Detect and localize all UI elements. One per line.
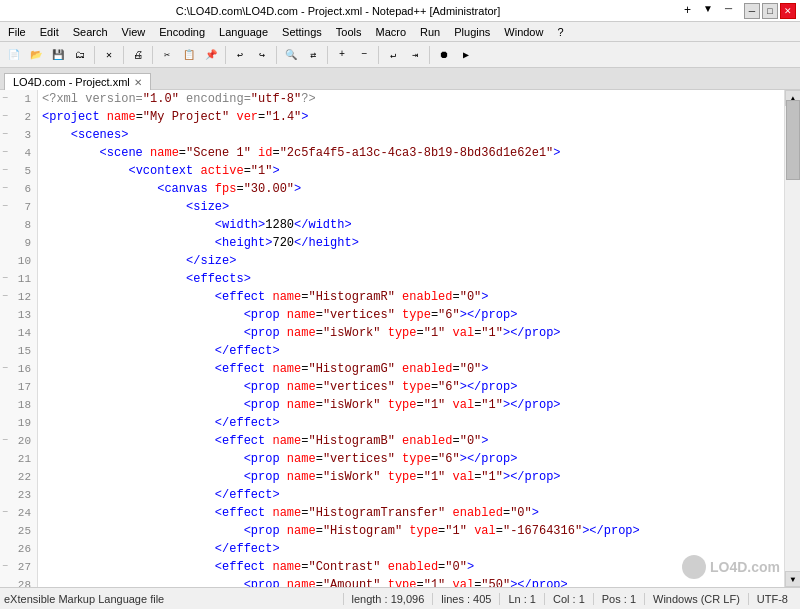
paste-button[interactable]: 📌 [201,45,221,65]
window-minimize-button[interactable]: ─ [744,3,760,19]
minimize-window-button[interactable]: ─ [721,3,736,19]
code-area[interactable]: <?xml version="1.0" encoding="utf-8"?> <… [38,90,784,587]
toolbar-sep-6 [327,46,328,64]
watermark-text: LO4D.com [710,559,780,575]
line-number: 2 [0,108,37,126]
scrollbar[interactable]: ▲ ▼ [784,90,800,587]
status-lines: lines : 405 [432,593,499,605]
menu-plugins[interactable]: Plugins [448,24,496,40]
save-all-button[interactable]: 🗂 [70,45,90,65]
menu-encoding[interactable]: Encoding [153,24,211,40]
status-pos: Pos : 1 [593,593,644,605]
copy-button[interactable]: 📋 [179,45,199,65]
tab-project-xml[interactable]: LO4D.com - Project.xml ✕ [4,73,151,90]
macro-play-button[interactable]: ▶ [456,45,476,65]
redo-button[interactable]: ↪ [252,45,272,65]
line-number: 1 [0,90,37,108]
open-file-button[interactable]: 📂 [26,45,46,65]
toolbar-sep-2 [123,46,124,64]
undo-button[interactable]: ↩ [230,45,250,65]
macro-record-button[interactable]: ⏺ [434,45,454,65]
toolbar-sep-5 [276,46,277,64]
line-number: 19 [0,414,37,432]
menu-window[interactable]: Window [498,24,549,40]
menu-help[interactable]: ? [551,24,569,40]
code-line: </effect> [42,486,780,504]
tab-close-icon[interactable]: ✕ [134,77,142,88]
menu-search[interactable]: Search [67,24,114,40]
line-number: 11 [0,270,37,288]
status-sections: length : 19,096 lines : 405 Ln : 1 Col :… [343,593,797,605]
status-bar: eXtensible Markup Language file length :… [0,587,800,609]
line-number: 25 [0,522,37,540]
find-button[interactable]: 🔍 [281,45,301,65]
code-line: <prop name="vertices" type="6"></prop> [42,450,780,468]
menu-settings[interactable]: Settings [276,24,328,40]
code-line: <prop name="Amount" type="1" val="50"></… [42,576,780,587]
line-number: 3 [0,126,37,144]
tab-label: LO4D.com - Project.xml [13,76,130,88]
menu-tools[interactable]: Tools [330,24,368,40]
toolbar-sep-8 [429,46,430,64]
line-number: 6 [0,180,37,198]
code-line: <prop name="Histogram" type="1" val="-16… [42,522,780,540]
code-line: <effect name="HistogramTransfer" enabled… [42,504,780,522]
new-file-button[interactable]: 📄 [4,45,24,65]
cut-button[interactable]: ✂ [157,45,177,65]
code-line: <prop name="vertices" type="6"></prop> [42,378,780,396]
close-file-button[interactable]: ✕ [99,45,119,65]
scrollbar-thumb[interactable] [786,100,800,180]
line-number: 15 [0,342,37,360]
print-button[interactable]: 🖨 [128,45,148,65]
toolbar-sep-1 [94,46,95,64]
chevron-down-button[interactable]: ▼ [699,3,717,19]
file-type-label: eXtensible Markup Language file [4,593,343,605]
menu-macro[interactable]: Macro [369,24,412,40]
find-replace-button[interactable]: ⇄ [303,45,323,65]
toolbar: 📄 📂 💾 🗂 ✕ 🖨 ✂ 📋 📌 ↩ ↪ 🔍 ⇄ + − ↵ ⇥ ⏺ ▶ [0,42,800,68]
status-line-ending: Windows (CR LF) [644,593,748,605]
code-line: </effect> [42,342,780,360]
code-line: <height>720</height> [42,234,780,252]
indent-button[interactable]: ⇥ [405,45,425,65]
line-number: 26 [0,540,37,558]
window-close-button[interactable]: ✕ [780,3,796,19]
line-number: 14 [0,324,37,342]
scrollbar-down-button[interactable]: ▼ [785,571,800,587]
menu-file[interactable]: File [2,24,32,40]
menu-run[interactable]: Run [414,24,446,40]
line-number: 7 [0,198,37,216]
toolbar-sep-7 [378,46,379,64]
window-maximize-button[interactable]: □ [762,3,778,19]
line-number: 28 [0,576,37,587]
code-line: </size> [42,252,780,270]
status-col: Col : 1 [544,593,593,605]
line-number: 13 [0,306,37,324]
code-line: <width>1280</width> [42,216,780,234]
title-text: C:\LO4D.com\LO4D.com - Project.xml - Not… [4,5,672,17]
menu-bar: File Edit Search View Encoding Language … [0,22,800,42]
line-number: 5 [0,162,37,180]
menu-edit[interactable]: Edit [34,24,65,40]
watermark: LO4D.com [682,555,780,579]
wordwrap-button[interactable]: ↵ [383,45,403,65]
code-line: <prop name="vertices" type="6"></prop> [42,306,780,324]
line-numbers: 1 2 3 4 5 6 7 8 9 10 11 12 13 14 15 16 1… [0,90,38,587]
code-line: <canvas fps="30.00"> [42,180,780,198]
save-file-button[interactable]: 💾 [48,45,68,65]
code-line: <prop name="isWork" type="1" val="1"></p… [42,468,780,486]
code-line: <?xml version="1.0" encoding="utf-8"?> [42,90,780,108]
line-number: 24 [0,504,37,522]
line-number: 16 [0,360,37,378]
line-number: 22 [0,468,37,486]
zoom-out-button[interactable]: − [354,45,374,65]
menu-language[interactable]: Language [213,24,274,40]
code-line: <effect name="HistogramB" enabled="0"> [42,432,780,450]
line-number: 17 [0,378,37,396]
add-tab-button[interactable]: + [680,3,695,19]
code-line: <effects> [42,270,780,288]
zoom-in-button[interactable]: + [332,45,352,65]
menu-view[interactable]: View [116,24,152,40]
tab-bar: LO4D.com - Project.xml ✕ [0,68,800,90]
line-number: 21 [0,450,37,468]
